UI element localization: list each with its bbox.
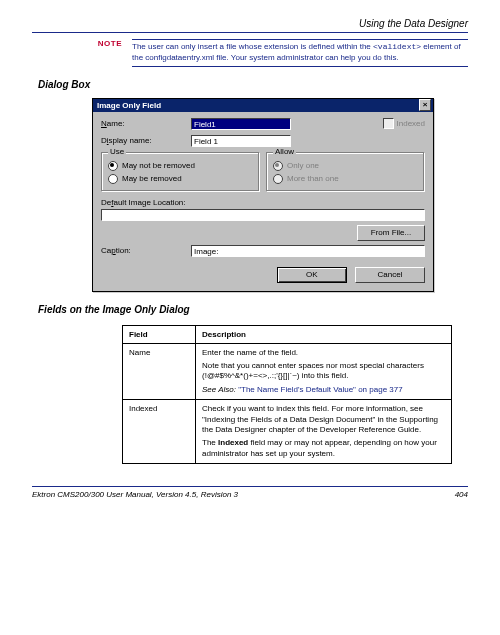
footer-rule	[32, 486, 468, 487]
table-row: Indexed Check if you want to index this …	[123, 400, 452, 464]
see-also-link[interactable]: "The Name Field's Default Value" on page…	[238, 385, 403, 394]
dialog-title: Image Only Field	[97, 101, 161, 110]
close-icon[interactable]: ×	[419, 99, 431, 111]
default-image-input[interactable]	[101, 209, 425, 221]
use-legend: Use	[108, 147, 126, 156]
name-input[interactable]: Field1	[191, 118, 291, 130]
section-dialog-box: Dialog Box	[38, 79, 468, 90]
display-name-input[interactable]: Field 1	[191, 135, 291, 147]
use-opt-not-removed[interactable]: May not be removed	[108, 161, 253, 171]
caption-label: Caption:	[101, 246, 191, 255]
section-fields-dialog: Fields on the Image Only Dialog	[38, 304, 468, 315]
footer-left: Ektron CMS200/300 User Manual, Version 4…	[32, 490, 238, 499]
caption-input[interactable]: Image:	[191, 245, 425, 257]
allow-legend: Allow	[273, 147, 296, 156]
note-label: NOTE	[32, 39, 132, 48]
dialog-titlebar[interactable]: Image Only Field ×	[93, 99, 433, 112]
th-description: Description	[196, 325, 452, 343]
ok-button[interactable]: OK	[277, 267, 347, 283]
use-opt-removed[interactable]: May be removed	[108, 174, 253, 184]
allow-opt-only-one[interactable]: Only one	[273, 161, 418, 171]
cell-desc-name: Enter the name of the field. Note that y…	[196, 343, 452, 400]
allow-group: Allow Only one More than one	[266, 152, 425, 192]
header-rule	[32, 32, 468, 33]
name-label: Name:	[101, 119, 191, 128]
indexed-label: Indexed	[397, 119, 425, 128]
image-only-field-dialog: Image Only Field × Name: Field1 Indexed …	[92, 98, 434, 292]
footer-page-number: 404	[455, 490, 468, 499]
allow-opt-more[interactable]: More than one	[273, 174, 418, 184]
note-text-before: The user can only insert a file whose ex…	[132, 42, 373, 51]
from-file-button[interactable]: From File...	[357, 225, 425, 241]
note-code: <validext>	[373, 42, 421, 51]
indexed-checkbox[interactable]	[383, 118, 394, 129]
use-group: Use May not be removed May be removed	[101, 152, 260, 192]
fields-table: Field Description Name Enter the name of…	[122, 325, 452, 465]
cell-field-name: Name	[123, 343, 196, 400]
table-row: Name Enter the name of the field. Note t…	[123, 343, 452, 400]
th-field: Field	[123, 325, 196, 343]
cell-field-indexed: Indexed	[123, 400, 196, 464]
display-name-label: Display name:	[101, 136, 191, 145]
cell-desc-indexed: Check if you want to index this field. F…	[196, 400, 452, 464]
see-also-label: See Also:	[202, 385, 238, 394]
page-header: Using the Data Designer	[32, 18, 468, 29]
default-image-label: Default Image Location:	[101, 198, 425, 207]
note-text: The user can only insert a file whose ex…	[132, 39, 468, 67]
cancel-button[interactable]: Cancel	[355, 267, 425, 283]
note-block: NOTE The user can only insert a file who…	[32, 39, 468, 67]
